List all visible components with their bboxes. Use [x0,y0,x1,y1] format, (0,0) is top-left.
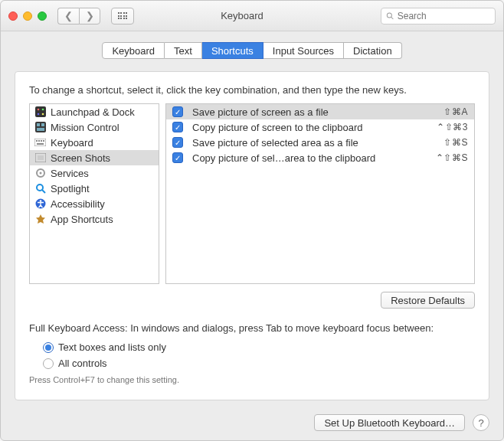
spotlight-icon [34,183,46,194]
minimize-window-button[interactable] [23,11,32,21]
screenshots-icon [34,152,46,163]
accessibility-icon [34,198,46,209]
svg-point-5 [37,113,39,116]
shortcut-row[interactable]: ✓Copy picture of sel…area to the clipboa… [166,150,474,165]
radio-option[interactable]: Text boxes and lists only [43,341,475,353]
back-button[interactable]: ❮ [57,8,79,24]
tab-shortcuts[interactable]: Shortcuts [202,42,263,59]
sidebar-item-label: Screen Shots [51,152,110,164]
tab-label: Keyboard [112,45,155,57]
svg-point-21 [37,185,43,191]
svg-point-20 [39,172,41,175]
tab-label: Dictation [353,45,392,57]
shortcut-keys[interactable]: ⌃⇧⌘S [436,152,468,163]
fka-hint: Press Control+F7 to change this setting. [29,375,475,384]
shortcut-label: Copy picture of screen to the clipboard [192,122,427,133]
svg-rect-16 [37,143,44,145]
sidebar-item-spotlight[interactable]: Spotlight [30,181,159,196]
svg-rect-11 [34,139,46,146]
shortcut-keys[interactable]: ⇧⌘S [443,137,468,148]
tab-bar: KeyboardTextShortcutsInput SourcesDictat… [15,42,489,59]
svg-point-0 [387,12,391,17]
sidebar-item-label: Accessibility [51,198,105,210]
sidebar-item-label: Services [51,168,89,179]
sidebar-item-label: Keyboard [51,137,93,149]
full-keyboard-access-label: Full Keyboard Access: In windows and dia… [29,322,475,334]
full-keyboard-access-radios: Text boxes and lists onlyAll controls [43,341,475,369]
category-list[interactable]: Launchpad & DockMission ControlKeyboardS… [29,103,159,284]
sidebar-item-launchpad[interactable]: Launchpad & Dock [30,104,159,119]
shortcut-row[interactable]: ✓Save picture of selected area as a file… [166,135,474,150]
svg-line-1 [391,17,394,19]
svg-rect-9 [41,123,44,126]
titlebar: ❮ ❯ Keyboard [1,1,503,31]
services-icon [34,168,46,178]
close-window-button[interactable] [8,11,18,21]
radio-button[interactable] [43,358,54,369]
radio-label: Text boxes and lists only [58,341,166,353]
tab-label: Input Sources [273,45,334,57]
sidebar-item-label: App Shortcuts [51,214,113,225]
shortcut-label: Save picture of screen as a file [192,106,434,118]
sidebar-item-mission-control[interactable]: Mission Control [30,119,159,135]
svg-rect-10 [37,128,44,131]
radio-label: All controls [58,358,107,369]
shortcut-keys[interactable]: ⇧⌘A [443,106,468,117]
svg-line-22 [42,190,45,193]
svg-point-24 [39,200,41,202]
tab-label: Text [174,45,192,57]
launchpad-icon [34,106,46,117]
tab-text[interactable]: Text [165,42,202,59]
svg-rect-12 [36,140,38,142]
setup-bluetooth-button[interactable]: Set Up Bluetooth Keyboard… [314,414,465,431]
forward-button[interactable]: ❯ [79,8,100,24]
shortcut-checkbox[interactable]: ✓ [172,137,183,148]
footer: Set Up Bluetooth Keyboard… ? [1,408,503,440]
nav-buttons: ❮ ❯ [57,8,100,24]
radio-option[interactable]: All controls [43,358,475,369]
sidebar-item-label: Spotlight [51,183,90,194]
svg-point-6 [41,113,44,116]
sidebar-item-app-shortcuts[interactable]: App Shortcuts [30,211,159,227]
sidebar-item-accessibility[interactable]: Accessibility [30,196,159,211]
svg-rect-14 [41,140,42,142]
svg-rect-15 [43,140,44,142]
help-button[interactable]: ? [473,414,489,431]
chevron-left-icon: ❮ [64,10,73,21]
sidebar-item-label: Mission Control [51,122,119,133]
search-field[interactable] [381,8,496,24]
shortcut-checkbox[interactable]: ✓ [172,152,183,163]
content-area: KeyboardTextShortcutsInput SourcesDictat… [1,31,503,408]
tab-dictation[interactable]: Dictation [344,42,402,59]
sidebar-item-services[interactable]: Services [30,165,159,181]
shortcut-row[interactable]: ✓Copy picture of screen to the clipboard… [166,119,474,135]
sidebar-item-keyboard[interactable]: Keyboard [30,135,159,150]
mission-control-icon [34,122,46,132]
shortcut-row[interactable]: ✓Save picture of screen as a file⇧⌘A [166,104,474,119]
tab-input-sources[interactable]: Input Sources [263,42,344,59]
show-all-button[interactable] [111,8,134,24]
svg-point-3 [37,109,39,111]
radio-button[interactable] [43,342,54,353]
chevron-right-icon: ❯ [86,10,94,21]
help-icon: ? [478,417,483,429]
window-controls [8,11,47,21]
shortcut-list[interactable]: ✓Save picture of screen as a file⇧⌘A✓Cop… [165,103,475,284]
sidebar-item-label: Launchpad & Dock [51,106,135,118]
zoom-window-button[interactable] [38,11,47,21]
search-icon [386,11,394,21]
restore-defaults-button[interactable]: Restore Defaults [381,292,475,309]
shortcut-keys[interactable]: ⌃⇧⌘3 [437,122,468,132]
search-input[interactable] [398,11,490,21]
keyboard-icon [34,137,46,148]
svg-rect-2 [35,106,46,117]
shortcut-checkbox[interactable]: ✓ [172,106,183,117]
shortcut-checkbox[interactable]: ✓ [172,122,183,132]
sidebar-item-screenshots[interactable]: Screen Shots [30,150,159,165]
tab-label: Shortcuts [211,45,254,57]
shortcut-label: Copy picture of sel…area to the clipboar… [192,152,427,164]
grid-icon [118,12,128,19]
svg-rect-13 [38,140,40,142]
tab-keyboard[interactable]: Keyboard [102,42,165,59]
shortcuts-panel: To change a shortcut, select it, click t… [15,71,489,400]
